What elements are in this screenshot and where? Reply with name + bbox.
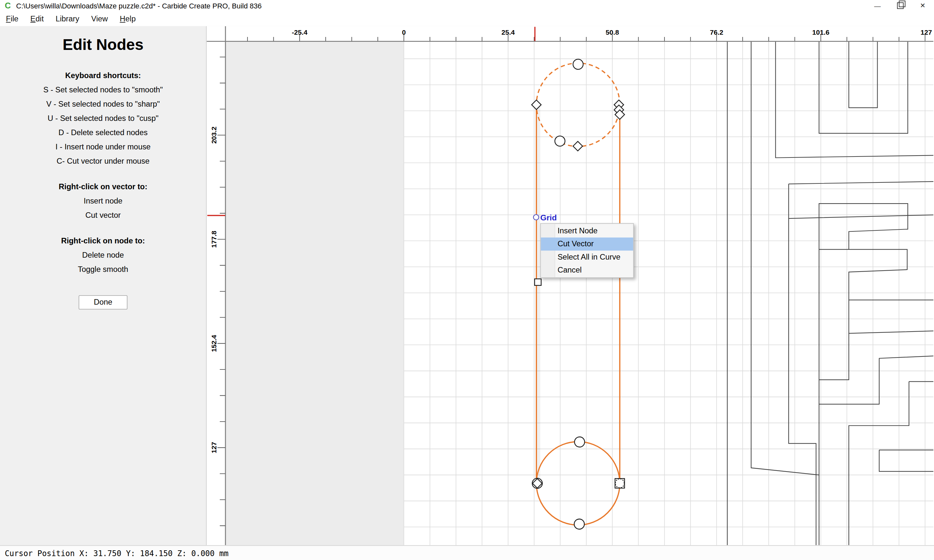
node-heading: Right-click on node to: xyxy=(0,236,206,245)
vector-action: Cut vector xyxy=(0,211,206,220)
context-menu-item-insert-node[interactable]: Insert Node xyxy=(541,224,633,237)
svg-text:177.8: 177.8 xyxy=(210,231,217,248)
shortcut-item: U - Set selected nodes to "cusp" xyxy=(0,114,206,123)
svg-text:127: 127 xyxy=(210,442,217,453)
shortcut-item: D - Delete selected nodes xyxy=(0,128,206,137)
menu-edit[interactable]: Edit xyxy=(24,14,49,23)
svg-text:152.4: 152.4 xyxy=(210,335,217,352)
svg-text:50.8: 50.8 xyxy=(606,29,619,36)
status-bar: Cursor Position X: 31.750 Y: 184.150 Z: … xyxy=(0,545,934,560)
menu-library[interactable]: Library xyxy=(49,14,85,23)
panel-title: Edit Nodes xyxy=(0,35,206,54)
context-menu-item-select-all-in-curve[interactable]: Select All in Curve xyxy=(541,251,633,263)
edit-nodes-panel: Edit Nodes Keyboard shortcuts: S - Set s… xyxy=(0,26,207,545)
node-action: Delete node xyxy=(0,251,206,260)
context-menu-item-cut-vector[interactable]: Cut Vector xyxy=(541,237,633,251)
shortcut-item: V - Set selected nodes to "sharp" xyxy=(0,100,206,109)
svg-text:0: 0 xyxy=(402,29,406,36)
svg-text:-25.4: -25.4 xyxy=(292,29,307,36)
vector-action: Insert node xyxy=(0,196,206,205)
svg-text:127: 127 xyxy=(920,29,932,36)
svg-text:203.2: 203.2 xyxy=(210,127,217,144)
smooth-node-marker[interactable] xyxy=(574,519,584,529)
svg-text:25.4: 25.4 xyxy=(501,29,515,36)
smooth-node-marker[interactable] xyxy=(555,136,565,146)
smooth-node-marker[interactable] xyxy=(575,437,585,447)
node-action: Toggle smooth xyxy=(0,265,206,274)
shortcuts-heading: Keyboard shortcuts: xyxy=(0,71,206,80)
shortcut-item: C- Cut vector under mouse xyxy=(0,157,206,166)
title-bar: C C:\Users\willa\Downloads\Maze puzzle.c… xyxy=(0,0,934,11)
restore-button[interactable] xyxy=(889,0,911,11)
smooth-node-marker[interactable] xyxy=(573,59,583,69)
close-button[interactable]: ✕ xyxy=(911,0,934,11)
vector-heading: Right-click on vector to: xyxy=(0,182,206,191)
menu-help[interactable]: Help xyxy=(114,14,142,23)
design-canvas[interactable]: Grid -25.4 0 25.4 50.8 76.2 101.6 127 xyxy=(207,26,934,545)
menu-file[interactable]: File xyxy=(0,14,24,23)
canvas-svg: Grid -25.4 0 25.4 50.8 76.2 101.6 127 xyxy=(207,26,933,545)
window-title: C:\Users\willa\Downloads\Maze puzzle.c2d… xyxy=(16,2,262,10)
shortcut-item: I - Insert node under mouse xyxy=(0,142,206,151)
window-controls: — ✕ xyxy=(866,0,934,11)
cursor-position-readout: Cursor Position X: 31.750 Y: 184.150 Z: … xyxy=(5,549,229,558)
svg-text:76.2: 76.2 xyxy=(710,29,723,36)
snap-label: Grid xyxy=(540,213,557,222)
cut-point-marker[interactable] xyxy=(535,279,541,286)
menu-view[interactable]: View xyxy=(85,14,114,23)
minimize-button[interactable]: — xyxy=(866,0,889,11)
snap-point-icon xyxy=(533,215,539,220)
menu-bar: File Edit Library View Help xyxy=(0,11,934,27)
svg-text:101.6: 101.6 xyxy=(812,29,829,36)
app-logo-icon: C xyxy=(5,0,11,11)
context-menu-item-cancel[interactable]: Cancel xyxy=(541,264,633,277)
shortcut-item: S - Set selected nodes to "smooth" xyxy=(0,85,206,94)
done-button[interactable]: Done xyxy=(79,295,128,309)
smooth-node-marker[interactable] xyxy=(532,478,542,488)
restore-icon xyxy=(897,2,903,9)
left-ruler xyxy=(207,26,226,545)
context-menu: Insert Node Cut Vector Select All in Cur… xyxy=(540,223,634,278)
carbide-create-window: C C:\Users\willa\Downloads\Maze puzzle.c… xyxy=(0,0,934,560)
stock-area xyxy=(404,42,933,545)
